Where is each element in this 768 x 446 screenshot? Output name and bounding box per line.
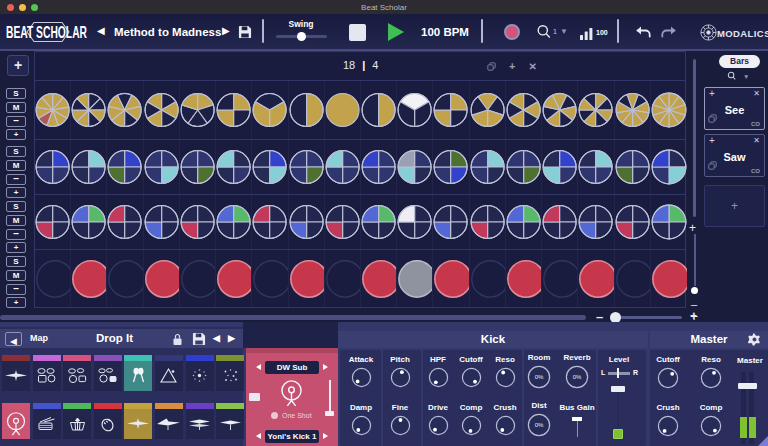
svg-text:0%: 0% xyxy=(535,422,544,428)
svg-text:BEAT SCHOLAR: BEAT SCHOLAR xyxy=(6,23,87,42)
svg-text:0%: 0% xyxy=(573,374,582,380)
svg-text:0%: 0% xyxy=(535,374,544,380)
